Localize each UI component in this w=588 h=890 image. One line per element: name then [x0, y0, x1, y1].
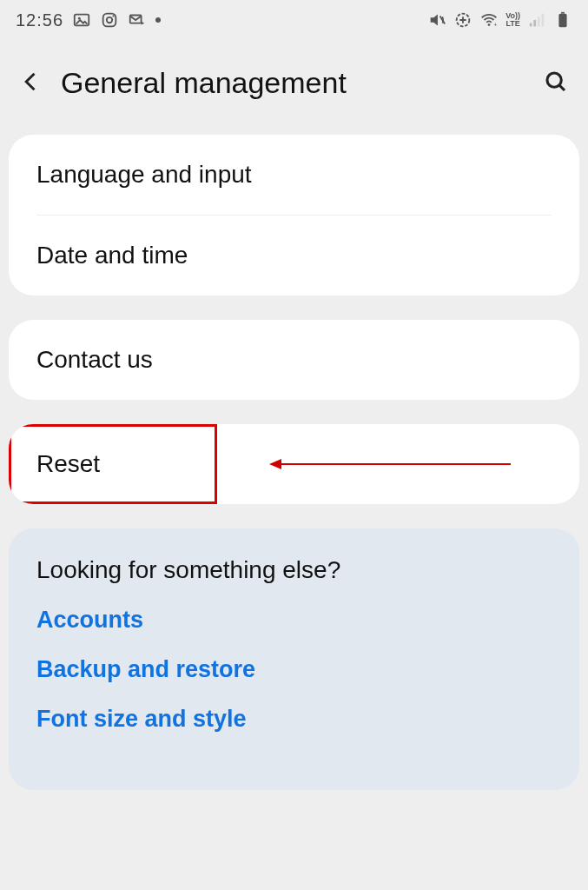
svg-rect-13 [542, 14, 545, 27]
signal-icon [527, 10, 546, 30]
suggestions-title: Looking for something else? [36, 556, 552, 584]
menu-item-reset[interactable]: Reset [9, 424, 579, 504]
status-bar: 12:56 + Vo))LTE [0, 0, 588, 40]
gallery-icon [72, 10, 91, 30]
volte-icon: Vo))LTE [505, 12, 520, 28]
dot-icon [155, 17, 161, 23]
svg-rect-12 [538, 17, 540, 26]
svg-rect-11 [533, 20, 536, 26]
suggestions-card: Looking for something else? Accounts Bac… [9, 528, 579, 790]
svg-point-3 [107, 17, 112, 23]
back-button[interactable] [19, 70, 43, 97]
suggestion-link-backup-restore[interactable]: Backup and restore [36, 656, 552, 683]
search-button[interactable] [543, 69, 569, 98]
wifi-icon: + [479, 10, 499, 30]
svg-rect-14 [558, 14, 566, 28]
data-saver-icon [453, 10, 472, 30]
suggestion-link-font-size-style[interactable]: Font size and style [36, 706, 552, 733]
svg-point-8 [488, 23, 491, 26]
svg-point-4 [113, 15, 115, 17]
battery-icon [553, 10, 572, 30]
page-header: General management [0, 40, 588, 135]
settings-group-1: Language and input Date and time [9, 135, 579, 296]
settings-group-2: Contact us [9, 320, 579, 400]
svg-point-16 [547, 73, 561, 87]
status-left: 12:56 [16, 10, 161, 30]
svg-rect-10 [530, 23, 532, 27]
menu-item-language-input[interactable]: Language and input [9, 135, 579, 215]
status-time: 12:56 [16, 10, 63, 30]
suggestion-link-accounts[interactable]: Accounts [36, 607, 552, 634]
mail-icon [128, 10, 147, 30]
status-right: + Vo))LTE [427, 10, 572, 30]
svg-line-17 [559, 85, 565, 90]
svg-rect-15 [561, 12, 565, 14]
menu-item-date-time[interactable]: Date and time [9, 216, 579, 296]
instagram-icon [100, 10, 119, 30]
menu-item-contact-us[interactable]: Contact us [9, 320, 579, 400]
settings-group-3: Reset [9, 424, 579, 504]
page-title: General management [61, 66, 525, 100]
svg-text:+: + [494, 22, 498, 28]
mute-icon [427, 10, 446, 30]
